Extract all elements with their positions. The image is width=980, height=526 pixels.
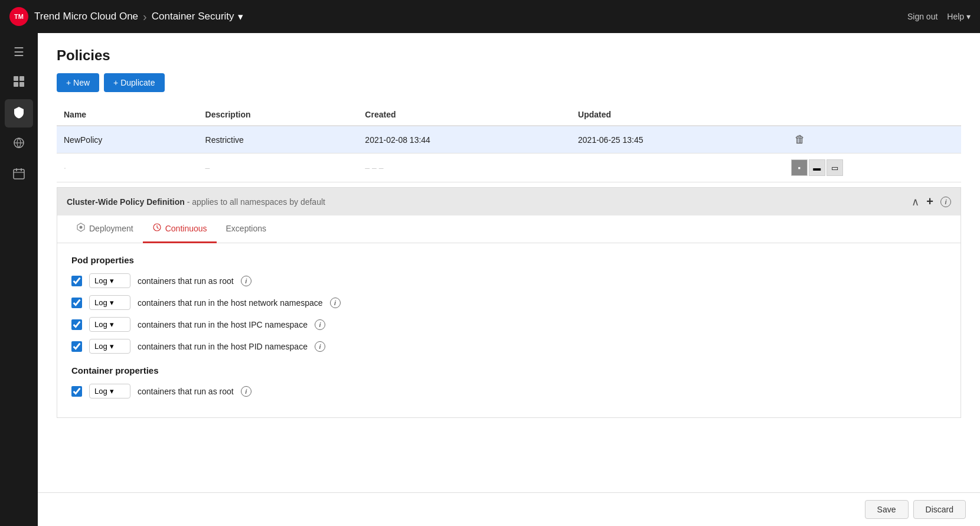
tm-logo-icon: TM (9, 7, 28, 26)
svg-rect-8 (14, 169, 24, 179)
policy-def-subtitle: - applies to all namespaces by default (187, 197, 325, 207)
pod-host-network-action[interactable]: Log ▾ (89, 295, 130, 310)
continuous-tab-icon (152, 223, 162, 234)
col-header-name: Name (57, 104, 198, 126)
pod-host-network-info-icon[interactable]: i (330, 298, 341, 308)
pod-host-network-checkbox[interactable] (71, 298, 82, 308)
container-properties-title: Container properties (71, 365, 946, 375)
col-header-updated: Updated (571, 104, 784, 126)
policy-updated: 2021-06-25 13:45 (571, 126, 784, 153)
pod-host-ipc-action[interactable]: Log ▾ (89, 317, 130, 332)
tab-exceptions[interactable]: Exceptions (217, 215, 276, 243)
add-namespace-button[interactable]: + (926, 195, 933, 208)
pod-prop-host-network: Log ▾ containers that run in the host ne… (71, 295, 946, 310)
pod-host-pid-info-icon[interactable]: i (315, 341, 325, 352)
svg-rect-5 (19, 82, 24, 87)
policy-actions: 🗑 (784, 126, 961, 153)
app-name: Container Security (152, 11, 234, 22)
pod-properties-title: Pod properties (71, 255, 946, 265)
policy-def-section: Cluster-Wide Policy Definition - applies… (57, 187, 961, 418)
help-link[interactable]: Help ▾ (947, 12, 971, 21)
pod-run-as-root-info-icon[interactable]: i (241, 276, 251, 286)
delete-policy-button[interactable]: 🗑 (791, 132, 809, 147)
sidebar-item-events[interactable] (5, 161, 33, 189)
new-button[interactable]: + New (57, 73, 99, 92)
signout-link[interactable]: Sign out (907, 12, 937, 21)
sidebar-item-security[interactable] (5, 99, 33, 128)
discard-button[interactable]: Discard (913, 500, 966, 519)
tab-deployment[interactable]: Deployment (67, 215, 143, 243)
svg-point-12 (80, 226, 83, 229)
policy-created: 2021-02-08 13:44 (358, 126, 571, 153)
policy-name: NewPolicy (57, 126, 198, 153)
faded-name: · (57, 153, 198, 182)
dropdown-chevron-icon-4: ▾ (110, 342, 114, 351)
shield-icon (12, 106, 25, 122)
pod-run-as-root-label: containers that run as root (138, 276, 234, 286)
page-title: Policies (57, 47, 961, 64)
view-btn-2[interactable]: ▬ (809, 159, 825, 176)
faded-updated (571, 153, 784, 182)
tab-continuous[interactable]: Continuous (143, 215, 217, 243)
sidebar-item-menu[interactable]: ☰ (5, 38, 33, 66)
continuous-tab-content: Pod properties Log ▾ containers that run… (57, 243, 961, 417)
col-header-created: Created (358, 104, 571, 126)
policies-table: Name Description Created Updated NewPoli… (57, 104, 961, 182)
info-icon: i (940, 197, 951, 207)
tab-exceptions-label: Exceptions (226, 224, 266, 233)
dropdown-chevron-icon-5: ▾ (110, 387, 114, 396)
dropdown-chevron-icon-3: ▾ (110, 320, 114, 329)
app-name-section[interactable]: Container Security ▾ (152, 11, 243, 23)
main-content: Policies + New + Duplicate Name Descript… (38, 33, 980, 526)
sidebar-item-network[interactable] (5, 130, 33, 158)
duplicate-button[interactable]: + Duplicate (104, 73, 164, 92)
view-controls: ▪ ▬ ▭ (791, 159, 954, 176)
pod-prop-host-pid: Log ▾ containers that run in the host PI… (71, 339, 946, 354)
pod-run-as-root-checkbox[interactable] (71, 276, 82, 286)
deployment-tab-icon (76, 223, 86, 234)
save-button[interactable]: Save (865, 500, 909, 519)
tab-deployment-label: Deployment (89, 224, 133, 233)
table-row[interactable]: NewPolicy Restrictive 2021-02-08 13:44 2… (57, 126, 961, 153)
col-header-description: Description (198, 104, 358, 126)
sidebar-item-dashboard[interactable] (5, 68, 33, 97)
view-btn-3[interactable]: ▭ (827, 159, 843, 176)
topnav-right: Sign out Help ▾ (907, 12, 971, 21)
pod-host-network-label: containers that run in the host network … (138, 298, 323, 308)
page-footer: Save Discard (38, 492, 980, 526)
pod-host-ipc-checkbox[interactable] (71, 319, 82, 330)
view-btn-1[interactable]: ▪ (791, 159, 808, 176)
calendar-icon (12, 167, 25, 183)
container-run-as-root-info-icon[interactable]: i (241, 386, 251, 397)
container-prop-run-as-root: Log ▾ containers that run as root i (71, 384, 946, 398)
pod-prop-run-as-root: Log ▾ containers that run as root i (71, 273, 946, 288)
dropdown-chevron-icon-2: ▾ (110, 298, 114, 307)
pod-host-pid-label: containers that run in the host PID name… (138, 342, 308, 351)
policy-tabs: Deployment Continuous Exceptions (57, 215, 961, 243)
dropdown-chevron-icon: ▾ (110, 276, 114, 285)
collapse-button[interactable]: ∧ (912, 195, 919, 208)
pod-host-pid-checkbox[interactable] (71, 341, 82, 352)
action-buttons: + New + Duplicate (57, 73, 961, 92)
brand-logo: TM Trend Micro Cloud One (9, 7, 138, 26)
pod-host-pid-action[interactable]: Log ▾ (89, 339, 130, 354)
pod-host-ipc-info-icon[interactable]: i (315, 319, 325, 330)
faded-table-row: · – – – – ▪ ▬ ▭ (57, 153, 961, 182)
policy-def-info-button[interactable]: i (940, 196, 951, 207)
app-chevron-icon: ▾ (238, 11, 243, 23)
faded-created: – – – (358, 153, 571, 182)
policy-def-name: Cluster-Wide Policy Definition (67, 197, 185, 207)
container-run-as-root-label: containers that run as root (138, 387, 234, 396)
col-header-actions (784, 104, 961, 126)
policy-description: Restrictive (198, 126, 358, 153)
container-run-as-root-checkbox[interactable] (71, 386, 82, 397)
svg-text:TM: TM (14, 13, 24, 20)
policy-def-header: Cluster-Wide Policy Definition - applies… (57, 188, 961, 215)
policy-def-controls: ∧ + i (912, 195, 951, 208)
help-chevron-icon: ▾ (966, 12, 971, 21)
container-run-as-root-action[interactable]: Log ▾ (89, 384, 130, 398)
pod-run-as-root-action[interactable]: Log ▾ (89, 273, 130, 288)
pod-host-ipc-label: containers that run in the host IPC name… (138, 320, 308, 329)
globe-icon (12, 136, 25, 152)
sidebar: ☰ (0, 33, 38, 526)
